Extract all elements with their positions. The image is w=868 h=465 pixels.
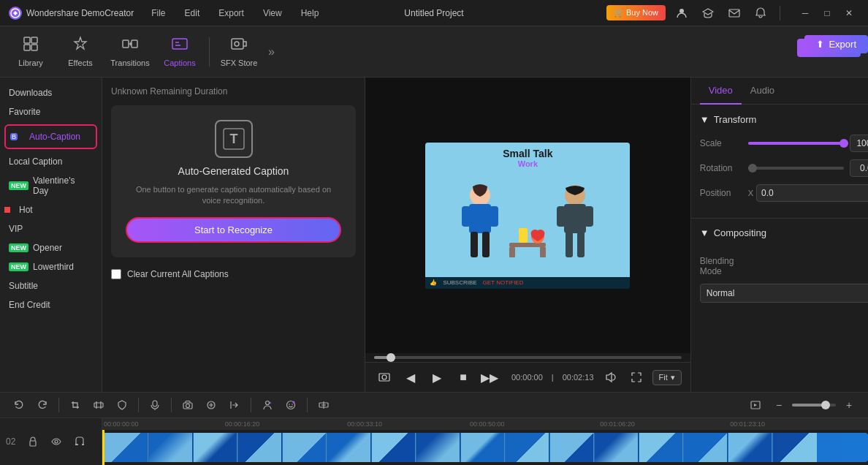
toolbar-sfx[interactable]: SFX Store [216, 30, 262, 74]
fullscreen-button[interactable] [626, 367, 647, 388]
track-audio-button[interactable] [71, 433, 88, 450]
shield-button[interactable] [112, 395, 132, 415]
rotation-input[interactable]: 0.0° [850, 159, 868, 177]
person-effects-button[interactable] [257, 395, 278, 415]
blending-mode-select[interactable]: Normal ▾ [700, 284, 868, 303]
zoom-slider[interactable] [792, 404, 836, 407]
minimize-button[interactable]: ─ [795, 3, 815, 23]
mail-icon-btn[interactable] [724, 3, 745, 23]
split-button[interactable] [88, 395, 109, 415]
sidebar-item-auto-caption[interactable]: B Auto-Caption [7, 127, 94, 146]
svg-point-42 [292, 404, 293, 405]
position-x-input[interactable] [756, 184, 868, 202]
zoom-in-button[interactable]: + [839, 395, 859, 415]
sidebar-item-opener[interactable]: NEW Opener [0, 238, 102, 257]
rotation-slider[interactable] [748, 167, 844, 170]
timeline-track-controls: 02 [0, 418, 102, 465]
undo-button[interactable] [9, 395, 29, 415]
scale-input[interactable]: 100% [850, 135, 868, 152]
scale-slider[interactable] [748, 142, 844, 145]
svg-rect-22 [540, 247, 546, 257]
account-icon-btn[interactable] [671, 3, 692, 23]
notification-icon-btn[interactable] [750, 3, 771, 23]
svg-rect-19 [482, 232, 490, 257]
toolbar-library[interactable]: Library [7, 30, 54, 74]
menu-help[interactable]: Help [298, 7, 322, 20]
redo-button[interactable] [32, 395, 53, 415]
tab-video[interactable]: Video [700, 78, 742, 105]
toolbar-effects-label: Effects [68, 58, 92, 67]
track-content [102, 433, 868, 462]
fit-button[interactable]: Fit ▾ [652, 370, 682, 385]
svg-rect-20 [509, 243, 546, 247]
svg-rect-4 [31, 37, 37, 43]
bt-sep-1 [58, 398, 59, 412]
education-icon-btn[interactable] [698, 3, 718, 23]
left-sidebar: Downloads Favorite B Auto-Caption Local … [0, 78, 102, 392]
toolbar-transitions[interactable]: Transitions [107, 30, 153, 74]
toolbar-captions[interactable]: Captions [156, 30, 203, 74]
maximize-button[interactable]: □ [817, 3, 837, 23]
sidebar-item-vip[interactable]: VIP [0, 219, 102, 238]
preview-title-sub: Work [503, 159, 552, 168]
timeline-in-button[interactable] [224, 395, 245, 415]
toolbar-effects[interactable]: Effects [57, 30, 104, 74]
preview-timeline-slider[interactable] [374, 356, 682, 359]
sidebar-item-local-caption[interactable]: Local Caption [0, 152, 102, 171]
preview-title-main: Small Talk [503, 148, 552, 159]
sidebar-item-subtitle[interactable]: Subtitle [0, 276, 102, 295]
menu-edit[interactable]: Edit [182, 7, 203, 20]
svg-rect-30 [577, 232, 585, 257]
stop-button[interactable]: ■ [453, 367, 473, 388]
new-badge-opener: NEW [9, 243, 28, 252]
sidebar-item-favorite[interactable]: Favorite [0, 102, 102, 121]
sidebar-item-valentines[interactable]: NEW Valentine's Day [0, 171, 102, 200]
start-recognize-button[interactable]: Start to Recognize [126, 217, 341, 243]
menu-view[interactable]: View [260, 7, 285, 20]
add-track-button[interactable] [313, 395, 334, 415]
screenshot-button[interactable] [374, 367, 395, 388]
bt-sep-3 [171, 398, 172, 412]
sidebar-vip-label: VIP [9, 224, 23, 234]
fit-label: Fit [659, 373, 668, 382]
menu-export[interactable]: Export [216, 7, 247, 20]
effects-button[interactable] [201, 395, 221, 415]
next-frame-button[interactable]: ▶▶ [479, 367, 500, 388]
volume-button[interactable] [600, 367, 620, 388]
tab-audio[interactable]: Audio [742, 78, 783, 105]
prev-frame-button[interactable]: ◀ [400, 367, 421, 388]
thumb-12 [595, 433, 639, 462]
play-button[interactable]: ▶ [427, 367, 447, 388]
scale-row: Scale 100% [700, 135, 868, 152]
timeline-track[interactable] [102, 430, 868, 465]
mic-button[interactable] [145, 395, 165, 415]
transform-collapse-icon[interactable]: ▼ [700, 114, 709, 125]
new-badge-valentines: NEW [9, 181, 28, 190]
track-eye-button[interactable] [47, 433, 65, 450]
menu-file[interactable]: File [148, 7, 168, 20]
main-toolbar: Library Effects Transitions Captions [0, 26, 868, 78]
export-button-main[interactable]: ⬆ Export [804, 35, 868, 53]
sticker-button[interactable] [281, 395, 301, 415]
sidebar-item-lowerthird[interactable]: NEW Lowerthird [0, 257, 102, 276]
zoom-out-button[interactable]: − [769, 395, 789, 415]
compositing-collapse-icon[interactable]: ▼ [700, 227, 709, 238]
preview-title-overlay: Small Talk Work [503, 148, 552, 168]
svg-rect-2 [729, 10, 739, 17]
sidebar-item-downloads[interactable]: Downloads [0, 83, 102, 102]
buy-now-button[interactable]: 🛒 Buy Now [606, 5, 666, 20]
crop-button[interactable] [65, 395, 85, 415]
time-separator: | [552, 373, 554, 382]
track-lock-button[interactable] [24, 433, 42, 450]
thumb-4 [238, 433, 282, 462]
close-button[interactable]: ✕ [839, 3, 859, 23]
clear-captions-checkbox[interactable] [111, 269, 121, 279]
auto-gen-card: T Auto-Generated Caption One button to g… [111, 105, 356, 257]
insert-media-button[interactable] [745, 395, 766, 415]
sidebar-item-hot[interactable]: Hot [0, 200, 102, 219]
camera-button[interactable] [178, 395, 198, 415]
sidebar-item-end-credit[interactable]: End Credit [0, 295, 102, 314]
toolbar-more-icon[interactable]: » [265, 42, 278, 61]
svg-rect-17 [490, 206, 498, 227]
transform-section-header: ▼ Transform [700, 113, 868, 126]
